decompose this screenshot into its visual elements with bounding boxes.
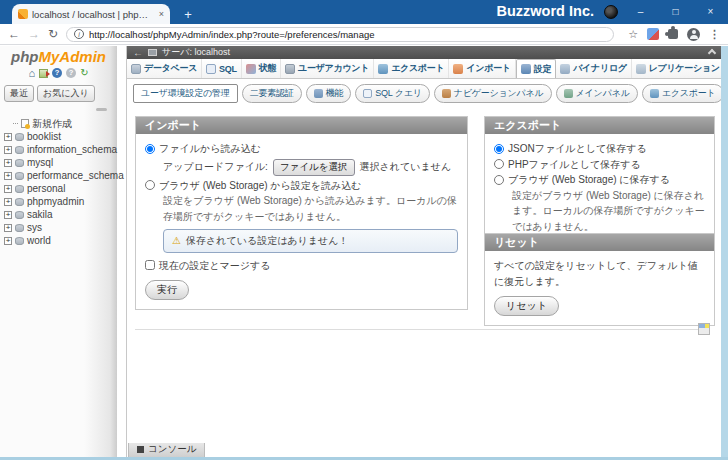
sql-docs-icon[interactable]: ? <box>66 68 76 78</box>
merge-settings-option[interactable]: 現在の設定とマージする <box>145 258 458 274</box>
tree-item-database[interactable]: + world <box>0 234 117 247</box>
side-panel-icon[interactable] <box>647 28 659 40</box>
menu-icon[interactable]: ⋮ <box>709 28 720 41</box>
maximize-button[interactable]: □ <box>658 0 693 22</box>
tree-item-label: personal <box>27 183 65 194</box>
export-json-option[interactable]: JSONファイルとして保存する <box>494 141 705 157</box>
breadcrumb-back-icon[interactable]: ← <box>133 48 143 58</box>
expand-icon[interactable]: + <box>4 185 12 193</box>
address-bar[interactable]: i http://localhost/phpMyAdmin/index.php?… <box>66 27 614 42</box>
export-browser-radio[interactable] <box>494 175 504 185</box>
subtab-sql-queries[interactable]: SQL クエリ <box>355 84 429 103</box>
tree-item-database[interactable]: + performance_schema <box>0 169 117 182</box>
import-panel-title: インポート <box>136 117 467 134</box>
database-icon <box>15 237 24 245</box>
tree-item-database[interactable]: + information_schema <box>0 143 117 156</box>
phpmyadmin-logo[interactable]: phpMyAdmin <box>0 48 117 65</box>
tree-item-database[interactable]: + sys <box>0 221 117 234</box>
database-tree: 新規作成 + booklist + information_schema + m… <box>0 117 117 247</box>
tree-item-database[interactable]: + booklist <box>0 130 117 143</box>
window-controls: – □ × <box>623 0 728 22</box>
server-icon <box>148 49 157 56</box>
subtab-features[interactable]: 機能 <box>306 84 352 103</box>
import-from-file-option[interactable]: ファイルから読み込む <box>145 141 458 157</box>
tab-export[interactable]: エクスポート <box>374 59 449 78</box>
minimize-button[interactable]: – <box>623 0 658 22</box>
subtab-navigation-panel[interactable]: ナビゲーションパネル <box>434 84 552 103</box>
tab-databases[interactable]: データベース <box>127 59 202 78</box>
panel-collapse-handle[interactable] <box>96 108 107 111</box>
back-icon[interactable]: ← <box>8 28 20 40</box>
tab-replication[interactable]: レプリケーション <box>632 59 721 78</box>
export-json-radio[interactable] <box>494 144 504 154</box>
favorites-button[interactable]: お気に入り <box>37 85 95 102</box>
reset-panel-title: リセット <box>485 234 714 251</box>
subtab-main-panel[interactable]: メインパネル <box>556 84 638 103</box>
collapse-top-icon[interactable] <box>708 48 716 56</box>
upload-file-row: アップロードファイル: ファイルを選択 選択されていません <box>163 159 458 176</box>
close-button[interactable]: × <box>693 0 728 22</box>
breadcrumb[interactable]: サーバ: localhost <box>162 46 230 59</box>
subtab-export[interactable]: エクスポート <box>642 84 721 103</box>
forward-icon[interactable]: → <box>28 28 40 40</box>
refresh-icon[interactable]: ↻ <box>80 68 88 78</box>
import-from-file-radio[interactable] <box>145 144 155 154</box>
tree-item-database[interactable]: + mysql <box>0 156 117 169</box>
logout-icon[interactable] <box>39 69 48 78</box>
extensions-icon[interactable] <box>668 29 678 39</box>
recent-button[interactable]: 最近 <box>4 85 34 102</box>
subtab-manage-preferences[interactable]: ユーザ環境設定の管理 <box>133 84 238 103</box>
tab-status[interactable]: 状態 <box>242 59 281 78</box>
tab-label: データベース <box>144 62 197 75</box>
page-scrollbar[interactable] <box>721 46 728 457</box>
merge-settings-checkbox[interactable] <box>145 260 155 270</box>
console-button[interactable]: コンソール <box>128 441 205 457</box>
export-php-radio[interactable] <box>494 159 504 169</box>
expand-icon[interactable]: + <box>4 159 12 167</box>
tab-sql[interactable]: SQL <box>202 59 242 78</box>
tab-user-accounts[interactable]: ユーザアカウント <box>281 59 374 78</box>
import-go-button[interactable]: 実行 <box>145 280 189 300</box>
tree-item-database[interactable]: + sakila <box>0 208 117 221</box>
new-window-icon[interactable] <box>698 323 710 335</box>
bookmark-star-icon[interactable]: ☆ <box>628 28 638 41</box>
expand-icon[interactable]: + <box>4 133 12 141</box>
reload-icon[interactable]: ↻ <box>48 28 58 40</box>
import-from-browser-option[interactable]: ブラウザ (Web Storage) から設定を読み込む <box>145 178 458 194</box>
expand-icon[interactable]: + <box>4 237 12 245</box>
site-info-icon[interactable]: i <box>74 29 84 39</box>
export-php-option[interactable]: PHPファイルとして保存する <box>494 157 705 173</box>
preferences-content: インポート ファイルから読み込む アップロードファイル: ファイルを選択 選択さ… <box>127 110 721 443</box>
browser-toolbar: ← → ↻ i http://localhost/phpMyAdmin/inde… <box>0 24 728 45</box>
expand-icon[interactable]: + <box>4 198 12 206</box>
binary-log-icon <box>560 64 570 74</box>
tab-import[interactable]: インポート <box>449 59 515 78</box>
import-from-browser-radio[interactable] <box>145 180 155 190</box>
avatar-icon[interactable] <box>604 5 618 19</box>
tree-item-database[interactable]: + personal <box>0 182 117 195</box>
tab-close-icon[interactable]: × <box>159 9 164 19</box>
browser-tab[interactable]: localhost / localhost | phpMyAdm × <box>12 4 170 24</box>
reset-button[interactable]: リセット <box>494 296 559 316</box>
home-icon[interactable]: ⌂ <box>28 68 35 79</box>
tree-item-database[interactable]: + phpmyadmin <box>0 195 117 208</box>
sidebar-resize-handle[interactable] <box>117 46 127 457</box>
profile-icon[interactable] <box>687 28 700 41</box>
new-tab-button[interactable]: + <box>180 7 196 22</box>
brand-text: Buzzword Inc. <box>497 3 594 19</box>
tab-binary-log[interactable]: バイナリログ <box>556 59 631 78</box>
tab-label: エクスポート <box>391 62 444 75</box>
expand-icon[interactable]: + <box>4 146 12 154</box>
choose-file-button[interactable]: ファイルを選択 <box>273 159 355 176</box>
subtab-two-factor[interactable]: 二要素認証 <box>242 84 302 103</box>
export-browser-option[interactable]: ブラウザ (Web Storage) に保存する <box>494 172 705 188</box>
tree-item-new-database[interactable]: 新規作成 <box>0 117 117 130</box>
expand-icon[interactable]: + <box>4 224 12 232</box>
console-icon <box>137 446 144 453</box>
expand-icon[interactable]: + <box>4 211 12 219</box>
tree-item-label: world <box>27 235 51 246</box>
tab-settings[interactable]: 設定 <box>516 59 556 79</box>
docs-icon[interactable]: ? <box>52 68 62 78</box>
expand-icon[interactable]: + <box>4 172 12 180</box>
subtab-label: メインパネル <box>576 87 630 100</box>
